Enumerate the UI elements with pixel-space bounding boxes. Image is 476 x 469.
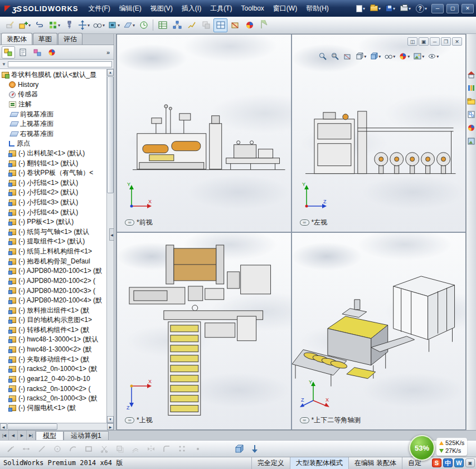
tree-item-component[interactable]: (-) 转移机构组件<1> (默 bbox=[0, 325, 106, 335]
doc-minimize-icon[interactable]: ─ bbox=[430, 37, 440, 46]
tab-evaluate[interactable]: 评估 bbox=[58, 33, 82, 45]
tree-item-component[interactable]: (-) racks2_0n-1000<3> (默 bbox=[0, 394, 106, 404]
reference-geometry-button[interactable]: ▾ bbox=[122, 18, 136, 32]
tree-item-component[interactable]: (-) 提取组件<1> (默认) bbox=[0, 237, 106, 247]
fillet-button[interactable] bbox=[159, 442, 173, 456]
design-library-tab[interactable] bbox=[467, 83, 476, 92]
tree-item-component[interactable]: (-) 夹取移动组件<1> (默 bbox=[0, 354, 106, 364]
keyboard-icon[interactable]: ▣ bbox=[465, 458, 475, 467]
convert-entities-button[interactable] bbox=[113, 442, 127, 456]
tree-item-component[interactable]: (-) 小托辊<2> (默认) bbox=[0, 188, 106, 198]
exploded-view-button[interactable] bbox=[170, 18, 184, 32]
tree-item-component[interactable]: (-) AJPD80-M20-100<2> ( bbox=[0, 276, 106, 286]
menu-window[interactable]: 窗口(W) bbox=[269, 2, 302, 16]
view-palette-tab[interactable] bbox=[467, 110, 476, 119]
mirror-entities-button[interactable] bbox=[144, 442, 158, 456]
mate-button[interactable] bbox=[32, 18, 46, 32]
save-button[interactable]: ▾ bbox=[384, 4, 397, 13]
minimize-button[interactable]: ─ bbox=[431, 4, 444, 13]
circle-button[interactable] bbox=[50, 442, 64, 456]
panel-chevrons[interactable]: » bbox=[106, 49, 112, 56]
tree-item-component[interactable]: (-) 出料机架<1> (默认) bbox=[0, 149, 106, 159]
tree-item-component[interactable]: (-) hwc48-1-3000<1> (默认 bbox=[0, 335, 106, 345]
doc-close-icon[interactable]: ✕ bbox=[452, 37, 462, 46]
appearances-scenes-tab[interactable] bbox=[467, 123, 476, 132]
close-button[interactable]: ✕ bbox=[462, 4, 474, 13]
show-hidden-components-button[interactable]: ▾ bbox=[91, 18, 106, 32]
tree-item-sensors[interactable]: 传感器 bbox=[0, 90, 106, 100]
tree-item-top-plane[interactable]: 上视基准面 bbox=[0, 119, 106, 129]
viewport-front[interactable]: Y X ∞ *前视 bbox=[117, 35, 291, 232]
large-assembly-mode-text[interactable]: 大型装配体模式 bbox=[290, 457, 348, 469]
tree-horizontal-scrollbar[interactable]: ◀ ▶ bbox=[0, 423, 114, 430]
chinese-input-mode-icon[interactable]: 中 bbox=[443, 458, 453, 467]
displaymanager-tab[interactable] bbox=[45, 46, 59, 58]
insert-component-button[interactable]: ▾ bbox=[17, 18, 32, 32]
tree-vertical-scrollbar[interactable]: ▲ ▼ bbox=[106, 69, 114, 423]
appearance-button[interactable] bbox=[242, 18, 256, 32]
tree-item-component[interactable]: (-) AJPD80-M20-100<4> (默 bbox=[0, 296, 106, 306]
tree-item-component[interactable]: (-) 纸筒上料机构组件<1> bbox=[0, 247, 106, 257]
viewport-top[interactable]: X Z ∞ *上视 bbox=[117, 233, 291, 430]
scrollbar-thumb[interactable] bbox=[7, 423, 57, 430]
menu-insert[interactable]: 插入(I) bbox=[177, 2, 206, 16]
doc-restore-icon[interactable]: ❐ bbox=[441, 37, 451, 46]
tree-item-component[interactable]: (-) racks2_0n-1000<2> ( bbox=[0, 384, 106, 394]
tree-item-component[interactable]: (-) 伺服电机<1> (默 bbox=[0, 403, 106, 413]
arc-button[interactable] bbox=[66, 442, 80, 456]
sogou-input-icon[interactable]: S bbox=[432, 458, 441, 467]
component-pattern-button[interactable]: ▾ bbox=[47, 18, 61, 32]
tree-item-component[interactable]: (-) gear12_0-40-20-b-10 bbox=[0, 374, 106, 384]
menu-edit[interactable]: 编辑(E) bbox=[115, 2, 146, 16]
apply-scene-button[interactable]: ▾ bbox=[412, 51, 425, 61]
explode-line-sketch-button[interactable] bbox=[184, 18, 198, 32]
input-toolbar-icon[interactable]: W bbox=[454, 458, 464, 467]
tree-item-component[interactable]: (-) 纸筒与气轴<1> (默认 bbox=[0, 227, 106, 237]
tab-assembly[interactable]: 装配体 bbox=[1, 33, 32, 45]
tree-item-right-plane[interactable]: 右视基准面 bbox=[0, 129, 106, 139]
section-view-button[interactable] bbox=[342, 51, 352, 61]
tree-item-origin[interactable]: 原点 bbox=[0, 139, 106, 149]
move-component-button[interactable]: ▾ bbox=[76, 18, 91, 32]
tree-item-component[interactable]: (-) 小托辊<1> (默认) bbox=[0, 178, 106, 188]
menu-toolbox[interactable]: Toolbox bbox=[236, 2, 268, 14]
offset-entities-button[interactable] bbox=[128, 442, 142, 456]
tree-item-assembly-root[interactable]: 卷状料包膜机 (默认<默认_显 bbox=[0, 70, 106, 80]
viewport-isometric[interactable]: Y X Z ∞ *上下二等角轴测 bbox=[292, 233, 466, 430]
view-settings-button[interactable]: ▾ bbox=[427, 51, 439, 61]
view-orientation-button[interactable]: ▾ bbox=[354, 51, 367, 61]
tree-item-history[interactable]: History bbox=[0, 80, 106, 90]
network-speed-widget[interactable]: 525K/s 27K/s bbox=[436, 438, 467, 456]
interference-detection-button[interactable] bbox=[199, 18, 213, 32]
tree-item-component[interactable]: (-) 翻转辊<1> (默认) bbox=[0, 158, 106, 168]
last-tab-button[interactable]: ▶| bbox=[27, 431, 36, 440]
trim-button[interactable] bbox=[97, 442, 111, 456]
window-tile-icon[interactable]: ◫ bbox=[407, 37, 417, 46]
scroll-up-icon[interactable]: ▲ bbox=[107, 69, 114, 76]
custom-properties-tab[interactable] bbox=[467, 136, 476, 145]
scroll-right-icon[interactable]: ▶ bbox=[107, 423, 114, 430]
viewport-layout-button[interactable] bbox=[213, 18, 227, 32]
tab-model[interactable]: 模型 bbox=[36, 431, 64, 440]
scroll-down-icon[interactable]: ▼ bbox=[107, 416, 114, 423]
viewport-left[interactable]: ▾ ▾ ▾ ▾ ▾ ▾ bbox=[292, 35, 466, 232]
smart-dimension-button[interactable] bbox=[19, 442, 33, 456]
tree-item-component[interactable]: (-) PP板<1> (默认) bbox=[0, 217, 106, 227]
linear-sketch-pattern-button[interactable] bbox=[175, 442, 189, 456]
tree-item-annotations[interactable]: 注解 bbox=[0, 100, 106, 110]
menu-tools[interactable]: 工具(T) bbox=[206, 2, 236, 16]
filter-input[interactable] bbox=[8, 61, 112, 67]
zoom-area-button[interactable] bbox=[330, 51, 340, 61]
edit-component-button[interactable] bbox=[3, 18, 17, 32]
isometric-view-button[interactable] bbox=[232, 442, 246, 456]
menu-view[interactable]: 视图(V) bbox=[146, 2, 177, 16]
first-tab-button[interactable]: |◀ bbox=[0, 431, 9, 440]
open-button[interactable]: ▾ bbox=[368, 4, 382, 12]
menu-file[interactable]: 文件(F) bbox=[84, 2, 114, 16]
scrollbar-thumb[interactable] bbox=[107, 76, 114, 193]
tree-item-component[interactable]: (-) 抱卷机构骨架_Defaul bbox=[0, 256, 106, 266]
tree-item-component[interactable]: (-) hwc48-1-3000<2> (默 bbox=[0, 345, 106, 355]
tree-item-component[interactable]: (-) AJPD80-M20-100<1> (默 bbox=[0, 266, 106, 276]
motion-study-button[interactable] bbox=[137, 18, 150, 32]
prev-tab-button[interactable]: ◀ bbox=[9, 431, 18, 440]
